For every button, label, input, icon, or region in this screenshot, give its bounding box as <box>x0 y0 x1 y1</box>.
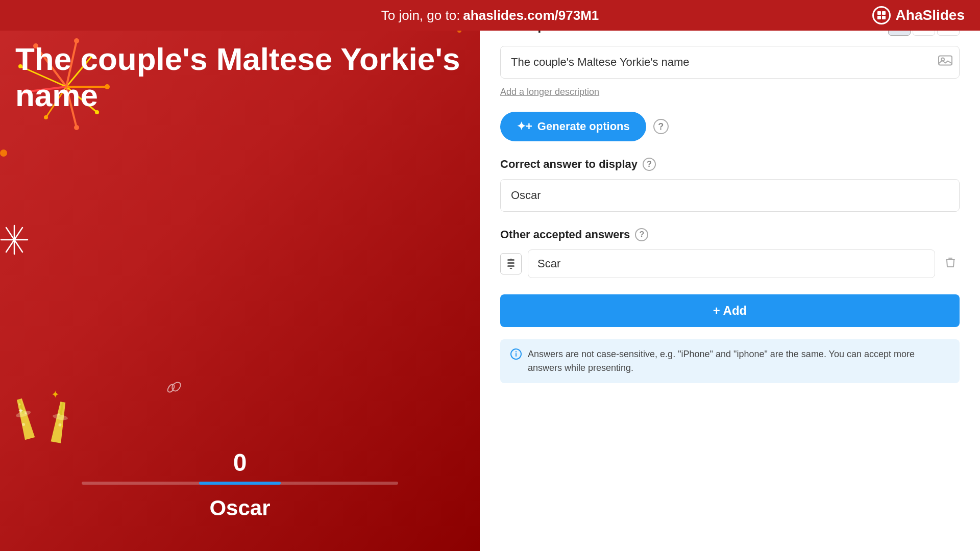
info-icon <box>510 348 522 363</box>
logo-text: AhaSlides <box>896 7 965 23</box>
other-answers-help-icon[interactable]: ? <box>635 228 648 241</box>
add-answer-button[interactable]: + Add <box>500 294 960 327</box>
correct-answer-label: Correct answer to display ? <box>500 158 960 171</box>
generate-options-button[interactable]: ✦+ Generate options <box>500 112 646 141</box>
svg-line-27 <box>14 240 22 252</box>
question-input-container <box>500 46 960 79</box>
svg-rect-83 <box>507 265 514 267</box>
add-description-link[interactable]: Add a longer description <box>500 87 960 97</box>
svg-rect-79 <box>939 56 952 65</box>
svg-point-61 <box>58 423 62 427</box>
score-label: Oscar <box>209 496 270 520</box>
svg-text:•: • <box>61 423 63 430</box>
other-answer-input[interactable] <box>528 249 935 278</box>
svg-point-46 <box>0 149 7 157</box>
left-panel: ✦ ✦ • ⌨ The couple's Maltese Yorkie's na… <box>0 0 480 551</box>
image-upload-button[interactable] <box>938 55 952 70</box>
svg-rect-2 <box>877 16 881 19</box>
question-title: The couple's Maltese Yorkie's name <box>15 41 470 114</box>
generate-options-row: ✦+ Generate options ? <box>500 112 960 141</box>
generate-help-icon[interactable]: ? <box>653 119 669 134</box>
score-number: 0 <box>233 448 247 477</box>
drag-handle[interactable] <box>500 253 522 274</box>
answer-row <box>500 249 960 278</box>
svg-point-60 <box>52 413 68 421</box>
svg-rect-85 <box>948 258 952 259</box>
svg-line-22 <box>6 228 14 240</box>
join-prefix-text: To join, go to: <box>381 8 460 23</box>
svg-point-56 <box>24 412 27 415</box>
correct-answer-input[interactable] <box>500 179 960 212</box>
info-text: Answers are not case-sensitive, e.g. "iP… <box>528 347 949 375</box>
sparkle-icon: ✦+ <box>517 120 532 133</box>
logo-area: AhaSlides <box>872 6 965 24</box>
svg-point-62 <box>58 413 60 416</box>
svg-line-24 <box>6 240 14 252</box>
svg-point-55 <box>21 422 25 426</box>
other-answers-section: Other accepted answers ? <box>500 228 960 284</box>
svg-text:✦: ✦ <box>51 389 60 400</box>
svg-rect-3 <box>882 16 886 19</box>
question-input[interactable] <box>500 46 960 79</box>
info-box: Answers are not case-sensitive, e.g. "iP… <box>500 339 960 383</box>
right-panel: Your question <box>480 0 980 551</box>
svg-rect-1 <box>882 11 886 15</box>
svg-marker-58 <box>51 401 68 443</box>
correct-answer-help-icon[interactable]: ? <box>643 158 656 171</box>
svg-rect-87 <box>516 353 517 357</box>
svg-point-57 <box>18 403 21 406</box>
top-bar: To join, go to: ahaslides.com/973M1 AhaS… <box>0 0 980 31</box>
svg-rect-59 <box>59 402 64 417</box>
svg-text:✦: ✦ <box>18 407 24 415</box>
other-answers-label: Other accepted answers ? <box>500 228 960 241</box>
svg-marker-52 <box>14 398 35 440</box>
svg-rect-53 <box>18 399 24 414</box>
svg-rect-0 <box>877 11 881 15</box>
svg-line-25 <box>14 228 22 240</box>
svg-point-17 <box>74 125 79 130</box>
svg-point-16 <box>44 115 48 119</box>
svg-rect-84 <box>946 259 955 260</box>
svg-rect-82 <box>507 262 514 264</box>
svg-point-54 <box>15 410 32 418</box>
logo-icon <box>872 6 891 24</box>
delete-answer-button[interactable] <box>941 253 960 275</box>
join-url-text: ahaslides.com/973M1 <box>463 8 599 23</box>
generate-btn-label: Generate options <box>537 120 630 133</box>
svg-point-88 <box>516 351 517 352</box>
